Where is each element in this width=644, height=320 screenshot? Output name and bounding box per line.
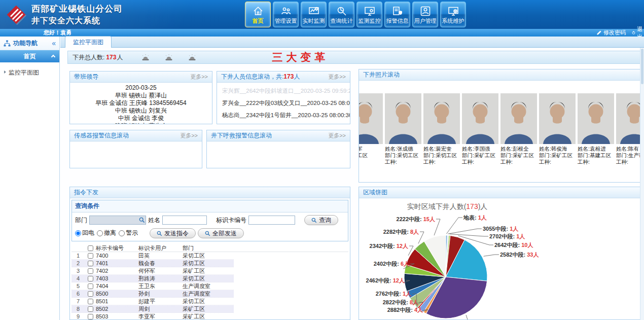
table-row: 17400田英采切工区	[71, 252, 234, 260]
sitemap-icon	[4, 40, 11, 47]
radio-input[interactable]	[75, 230, 81, 236]
nav-label: 管理设置	[275, 18, 297, 24]
shift-leaders-list: 2020-03-25早班 锡铁山 蔡泽山早班 金诚信 王庆峰 138455694…	[70, 83, 212, 124]
row-checkbox[interactable]	[88, 261, 93, 266]
card-id: 7404	[96, 283, 138, 289]
sidebar-collapse-icon[interactable]: «	[52, 40, 56, 46]
card-dept: 采切工区	[183, 275, 233, 282]
alarm-info-icon	[391, 5, 404, 17]
row-checkbox[interactable]	[88, 291, 93, 297]
miner-photo	[359, 93, 383, 144]
photo-caption-line: 申广军	[359, 146, 383, 152]
photo-caption-line: 工种:	[423, 159, 460, 165]
radio-input[interactable]	[119, 230, 125, 236]
nav-button-4[interactable]: 查询统计	[329, 2, 354, 27]
radio-撤离[interactable]: 撤离	[97, 229, 116, 237]
photo-caption-line: 部门:采矿工区	[500, 152, 537, 159]
panel-sos-alarms: 井下呼救报警信息滚动 更多>>	[206, 130, 350, 168]
nav-label: 首页	[253, 18, 264, 24]
row-number: 7	[71, 298, 85, 304]
nav-button-8[interactable]: 系统维护	[440, 2, 466, 27]
main-nav: 首页管理设置实时监测查询统计监测监控报警信息用户管理系统维护	[245, 2, 466, 27]
miner-scroll-row: 罗兴金__2222中段03线交叉口__2020-03-25 08:00:24	[222, 99, 345, 107]
row-number: 6	[71, 291, 85, 297]
pie-label: 2342中段: 12人	[370, 242, 408, 250]
photo-card: 姓名:裴宏奎部门:采切工区工种:	[423, 93, 460, 165]
row-checkbox[interactable]	[88, 314, 93, 319]
card-dept: 采矿工区	[183, 313, 233, 320]
leader-line: 晚班 锡铁山 曹生仓	[70, 122, 212, 124]
row-checkbox[interactable]	[88, 299, 93, 304]
radio-回电[interactable]: 回电	[75, 229, 94, 237]
sos-alarm-list	[207, 141, 350, 168]
card-dept: 采矿工区	[183, 305, 233, 313]
pie-label: 2402中段: 6人	[374, 260, 409, 268]
photo-card: 姓名:袁相进部门:基建工区工种:	[578, 93, 614, 165]
pie-label: 2642中段: 10人	[494, 241, 533, 249]
send-all-button[interactable]: 全部发送	[198, 228, 244, 238]
radio-警示[interactable]: 警示	[119, 229, 138, 237]
nav-button-7[interactable]: 用户管理	[412, 2, 438, 27]
photo-caption-line: 部门:采矿工区	[462, 152, 498, 159]
sensor-alarm-list	[70, 141, 202, 168]
photo-caption-line: 姓名:彭根全	[500, 146, 537, 152]
dept-field-wrap	[89, 216, 146, 225]
sidebar-group-home[interactable]: 首页	[0, 50, 59, 62]
table-row: 98503李亚军采矿工区	[71, 313, 234, 320]
row-checkbox[interactable]	[88, 276, 93, 281]
photo-caption-line: 姓名:裴宏奎	[423, 146, 460, 152]
photo-card: 姓名:李国强部门:采矿工区工种:	[462, 93, 498, 165]
more-link[interactable]: 更多>>	[328, 73, 346, 81]
magnifier-icon	[205, 231, 210, 236]
card-id: 8503	[96, 313, 138, 319]
pie-leader-line	[484, 255, 499, 256]
miner-photo	[539, 93, 576, 144]
row-number: 4	[71, 275, 85, 281]
pie-label: 2822中段: 8人	[383, 299, 418, 306]
send-command-button[interactable]: 发送指令	[150, 228, 196, 238]
tab-monitor-plan[interactable]: 监控平面图	[65, 36, 112, 48]
photo-caption-line: 姓名:张成德	[385, 146, 421, 152]
nav-button-6[interactable]: 报警信息	[384, 2, 410, 27]
card-user: 邢路涛	[138, 275, 183, 282]
pie-label: 2282中段: 8人	[383, 228, 419, 236]
row-checkbox[interactable]	[88, 253, 93, 259]
nav-button-5[interactable]: 监测监控	[356, 2, 382, 27]
card-input[interactable]	[248, 216, 295, 225]
nav-button-1[interactable]: 首页	[245, 2, 271, 27]
nav-label: 用户管理	[414, 18, 437, 24]
sidebar-item-monitor-plan[interactable]: 监控平面图	[0, 62, 59, 77]
company-title: 西部矿业锡铁山分公司	[31, 3, 123, 15]
scrollbar-thumb[interactable]	[641, 49, 643, 84]
more-link[interactable]: 更多>>	[328, 132, 346, 139]
card-dept: 采切工区	[183, 298, 233, 305]
card-dept: 采矿工区	[183, 267, 233, 275]
photo-strip: 申广军采切工区姓名:张成德部门:采切工区工种:姓名:裴宏奎部门:采切工区工种:姓…	[359, 93, 640, 165]
card-id: 7400	[96, 253, 138, 259]
manage-settings-icon	[280, 5, 292, 17]
leaders-date: 2020-03-25	[70, 84, 212, 92]
row-checkbox[interactable]	[88, 283, 93, 289]
row-number: 2	[71, 260, 85, 266]
photo-caption-line: 部门:采切工区	[423, 152, 460, 159]
nav-button-3[interactable]: 实时监测	[301, 2, 327, 27]
more-link[interactable]: 更多>>	[190, 73, 208, 81]
content-area: 下井总人数: 173 人 三大变革 带班领导 更多>> 2020-03-25早班…	[60, 48, 644, 320]
miner-scroll-row: 张占英__2522中段03线交叉口__2020-03-25 07:37:22	[222, 124, 345, 124]
dept-input[interactable]	[89, 216, 146, 225]
row-checkbox[interactable]	[88, 268, 93, 274]
app-header: 西部矿业锡铁山分公司 井下安全六大系统 首页管理设置实时监测查询统计监测监控报警…	[0, 0, 644, 29]
more-link[interactable]: 更多>>	[180, 132, 198, 139]
magnifier-icon[interactable]	[139, 217, 145, 223]
alarm-light-icon	[188, 54, 197, 61]
radio-input[interactable]	[97, 230, 103, 236]
select-all-checkbox[interactable]	[88, 245, 93, 251]
photo-caption-line: 部门:基建工区	[578, 152, 614, 159]
sidebar-title: 功能导航	[13, 39, 52, 48]
row-checkbox[interactable]	[88, 306, 93, 312]
query-button[interactable]: 查询	[304, 215, 338, 225]
change-password-link[interactable]: 修改密码	[596, 29, 626, 37]
nav-button-2[interactable]: 管理设置	[273, 2, 299, 27]
content-scrollbar[interactable]	[640, 48, 644, 320]
name-input[interactable]	[162, 216, 207, 225]
